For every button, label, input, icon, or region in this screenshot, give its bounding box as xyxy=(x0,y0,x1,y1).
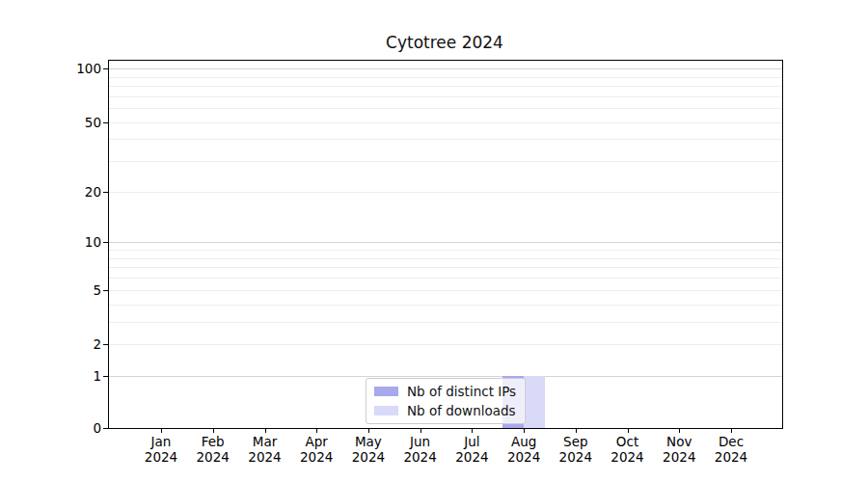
x-tick-mark xyxy=(316,428,317,433)
figure: Cytotree 2024 Nb of distinct IPs Nb of d… xyxy=(0,0,868,482)
x-tick-label: Dec2024 xyxy=(700,435,762,465)
y-gridline-minor xyxy=(109,161,782,162)
x-tick-mark xyxy=(368,428,369,433)
y-tick-label: 100 xyxy=(57,60,101,77)
x-tick-mark xyxy=(679,428,680,433)
y-gridline-major xyxy=(109,242,782,243)
y-tick-label: 5 xyxy=(57,281,101,299)
y-tick-label: 50 xyxy=(57,114,101,131)
legend-item-distinct-ips: Nb of distinct IPs xyxy=(374,384,516,399)
y-tick-mark xyxy=(103,242,108,243)
y-gridline-minor xyxy=(109,192,782,193)
y-gridline-minor xyxy=(109,258,782,259)
y-gridline-minor xyxy=(109,86,782,87)
legend-swatch-downloads xyxy=(374,406,398,415)
legend-swatch-distinct-ips xyxy=(374,387,398,396)
x-tick-mark xyxy=(265,428,266,433)
y-gridline-minor xyxy=(109,139,782,140)
x-tick-mark xyxy=(420,428,421,433)
x-tick-mark xyxy=(731,428,732,433)
legend-label-distinct-ips: Nb of distinct IPs xyxy=(407,384,516,399)
y-gridline-minor xyxy=(109,250,782,251)
y-gridline-minor xyxy=(109,77,782,78)
plot-area: Nb of distinct IPs Nb of downloads 01251… xyxy=(108,60,783,429)
x-tick-mark xyxy=(628,428,629,433)
x-tick-mark xyxy=(213,428,214,433)
y-tick-mark xyxy=(103,428,108,429)
y-tick-label: 10 xyxy=(57,233,101,251)
legend: Nb of distinct IPs Nb of downloads xyxy=(366,378,526,424)
y-tick-mark xyxy=(103,290,108,291)
y-tick-mark xyxy=(103,344,108,345)
x-tick-month: Dec xyxy=(700,435,762,450)
x-tick-mark xyxy=(472,428,473,433)
x-tick-mark xyxy=(576,428,577,433)
x-tick-year: 2024 xyxy=(700,450,762,466)
bar-nb-of-downloads xyxy=(524,376,545,428)
y-tick-label: 0 xyxy=(57,419,101,437)
y-tick-label: 2 xyxy=(57,335,101,353)
y-gridline-minor xyxy=(109,96,782,97)
y-gridline-minor xyxy=(109,322,782,323)
y-tick-mark xyxy=(103,192,108,193)
y-tick-mark xyxy=(103,122,108,123)
legend-item-downloads: Nb of downloads xyxy=(374,403,516,418)
y-gridline-minor xyxy=(109,290,782,291)
y-gridline-minor xyxy=(109,122,782,123)
y-tick-label: 20 xyxy=(57,183,101,201)
y-gridline-minor xyxy=(109,344,782,345)
legend-label-downloads: Nb of downloads xyxy=(407,403,516,418)
y-gridline-major xyxy=(109,68,782,69)
x-tick-mark xyxy=(524,428,525,433)
y-gridline-minor xyxy=(109,267,782,268)
y-gridline-major xyxy=(109,376,782,377)
y-tick-label: 1 xyxy=(57,367,101,385)
y-gridline-minor xyxy=(109,108,782,109)
y-tick-mark xyxy=(103,68,108,69)
x-tick-mark xyxy=(161,428,162,433)
y-gridline-minor xyxy=(109,305,782,306)
y-tick-mark xyxy=(103,376,108,377)
y-gridline-minor xyxy=(109,278,782,279)
chart-title: Cytotree 2024 xyxy=(108,33,781,52)
